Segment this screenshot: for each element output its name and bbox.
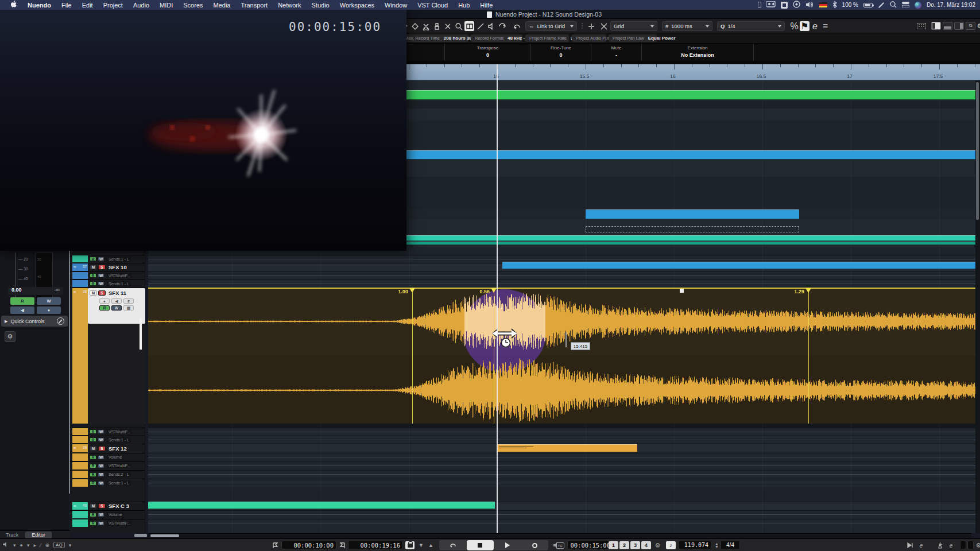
- solo-button[interactable]: S: [98, 446, 106, 451]
- menu-hub[interactable]: Hub: [453, 2, 475, 9]
- lane-write-button[interactable]: W: [98, 472, 104, 477]
- caret-1[interactable]: ▾: [13, 542, 16, 548]
- quantize-dropdown[interactable]: Q1/4: [717, 21, 785, 31]
- click-level-field[interactable]: [967, 541, 974, 549]
- caret-3[interactable]: ▾: [69, 542, 72, 548]
- automation-lane-row[interactable]: RWVSTMultiP...: [70, 519, 145, 527]
- menu-project[interactable]: Project: [98, 2, 128, 9]
- inspector-read-button[interactable]: R: [10, 297, 34, 305]
- video-player-window[interactable]: 00:00:15:00: [0, 10, 406, 251]
- line-tool-icon[interactable]: [475, 21, 485, 31]
- grid-type-dropdown[interactable]: Grid: [610, 21, 657, 31]
- project-cursor[interactable]: [497, 64, 498, 533]
- left-locator-flag-icon[interactable]: [271, 541, 280, 549]
- lane-write-button[interactable]: W: [98, 273, 104, 278]
- timeline-event-ghost-event-outline[interactable]: [586, 226, 799, 232]
- lane-read-button[interactable]: R: [90, 437, 96, 442]
- metronome-icon[interactable]: [936, 541, 944, 549]
- automation-lane-row[interactable]: RWSends:2 - L: [70, 470, 145, 478]
- siri-icon[interactable]: [915, 2, 921, 9]
- german-keyboard-flag-icon[interactable]: [819, 2, 827, 7]
- inspector-monitor-button[interactable]: ◀: [10, 306, 34, 314]
- track-row-sfx-c-3[interactable]: ≈40MSSFX C 3: [70, 502, 145, 510]
- menu-workspaces[interactable]: Workspaces: [335, 2, 379, 9]
- tablet-icon[interactable]: [758, 2, 761, 8]
- quantize-panel-icon[interactable]: e: [810, 21, 820, 31]
- inspector-gear-button[interactable]: ⚙: [5, 331, 16, 342]
- time-signature-field[interactable]: 4/4: [721, 541, 740, 549]
- lane-read-button[interactable]: R: [90, 257, 96, 261]
- monitor-dot-icon[interactable]: ●: [20, 542, 23, 548]
- selected-track-header[interactable]: MSSFX 11●◀eRW▤: [88, 288, 145, 324]
- event-info-mute[interactable]: Mute-: [591, 44, 642, 61]
- metronome-edit-button[interactable]: e: [947, 541, 955, 549]
- lane-write-button[interactable]: W: [98, 437, 104, 442]
- menu-audio[interactable]: Audio: [128, 2, 154, 9]
- lane-write-button[interactable]: W: [98, 481, 104, 486]
- timeline-event-orange-event-sfx12[interactable]: [497, 444, 637, 452]
- menu-nuendo[interactable]: Nuendo: [22, 2, 56, 9]
- count-in-field[interactable]: [960, 541, 966, 549]
- auto-scroll-icon[interactable]: [512, 21, 521, 31]
- fader-value[interactable]: 0.00: [11, 287, 22, 295]
- panel-divider[interactable]: [69, 251, 70, 494]
- caret-2[interactable]: ▾: [27, 542, 30, 548]
- mute-button[interactable]: M: [90, 290, 97, 296]
- link-to-grid-dropdown[interactable]: ⇔Link to Grid: [525, 21, 577, 31]
- write-button[interactable]: W: [111, 305, 122, 311]
- show-lanes-button[interactable]: ▤: [123, 305, 134, 311]
- lane-read-button[interactable]: R: [90, 472, 96, 477]
- marker-button-2[interactable]: 2: [619, 541, 629, 549]
- dropbox-icon[interactable]: [781, 2, 788, 9]
- lower-zone-toggle[interactable]: [943, 22, 952, 30]
- list-scrollbar-thumb[interactable]: [134, 534, 147, 537]
- solo-button[interactable]: S: [98, 290, 106, 296]
- automation-lane-row[interactable]: RWVSTMultiP...: [70, 428, 145, 435]
- zoom-tool-icon[interactable]: [454, 21, 463, 31]
- automation-lane-row[interactable]: RWVSTMultiP...: [70, 271, 145, 279]
- lane-read-button[interactable]: R: [90, 513, 96, 517]
- vertical-scrollbar-thumb[interactable]: [976, 82, 979, 220]
- left-locator-field[interactable]: 00:00:10:00: [281, 541, 336, 549]
- sync-edit-button[interactable]: e: [917, 541, 925, 549]
- right-locator-flag-icon[interactable]: [338, 541, 347, 549]
- window-layout-button[interactable]: ⧉: [966, 22, 975, 30]
- menu-scores[interactable]: Scores: [178, 2, 208, 9]
- menu-midi[interactable]: MIDI: [154, 2, 178, 9]
- lane-write-button[interactable]: W: [98, 257, 104, 261]
- tab-track[interactable]: Track: [6, 532, 18, 538]
- stop-button[interactable]: [467, 540, 494, 550]
- tempo-track-button[interactable]: ♪: [666, 541, 676, 549]
- lane-read-button[interactable]: R: [90, 281, 96, 286]
- timeline-event-blue-event-sfx10[interactable]: [502, 262, 980, 269]
- monitor-button[interactable]: ◀: [111, 298, 122, 304]
- spotlight-search-icon[interactable]: [890, 1, 897, 9]
- track-row-sfx-10[interactable]: ≈37MSSFX 10: [70, 263, 145, 271]
- timecode-format-icon[interactable]: TC: [556, 542, 564, 549]
- split-tool-icon[interactable]: [421, 21, 431, 31]
- lane-write-button[interactable]: W: [98, 464, 104, 468]
- mute-button[interactable]: M: [90, 446, 97, 451]
- left-zone-toggle[interactable]: [931, 22, 941, 30]
- record-enable-button[interactable]: ●: [99, 298, 110, 304]
- right-locator-field[interactable]: 00:00:19:16: [348, 541, 403, 549]
- lane-read-button[interactable]: R: [90, 464, 96, 468]
- solo-button[interactable]: S: [98, 265, 106, 270]
- automation-lane-row[interactable]: RWVSTMultiP...: [70, 461, 145, 469]
- draw-automation-icon[interactable]: ∕: [40, 542, 41, 548]
- automation-lane-row[interactable]: RWSends:1 - L: [70, 280, 145, 287]
- record-button[interactable]: [521, 540, 549, 550]
- automation-lane-row[interactable]: RWSends:1 - L: [70, 479, 145, 487]
- track-row-sfx-12[interactable]: ≈39MSSFX 12: [70, 444, 145, 452]
- menu-network[interactable]: Network: [273, 2, 306, 9]
- inspector-record-button[interactable]: ●: [37, 306, 61, 314]
- aq-badge[interactable]: AQ: [53, 542, 65, 548]
- wifi-off-icon[interactable]: [878, 2, 884, 8]
- horizontal-scrollbar-thumb[interactable]: [150, 534, 179, 537]
- screen-record-icon[interactable]: [766, 1, 776, 9]
- lane-read-button[interactable]: R: [90, 429, 96, 434]
- marker-button-4[interactable]: 4: [641, 541, 651, 549]
- lines-icon[interactable]: ≡: [820, 21, 830, 31]
- lane-read-button[interactable]: R: [90, 521, 96, 526]
- cursor-mode-icon[interactable]: ▸: [34, 542, 37, 548]
